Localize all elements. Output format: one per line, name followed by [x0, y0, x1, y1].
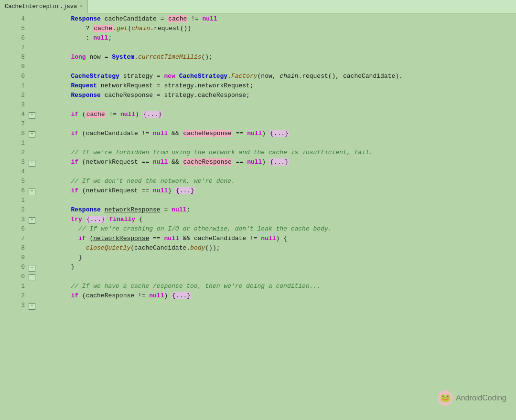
- fold-button[interactable]: -: [29, 274, 35, 281]
- fold-button[interactable]: +: [29, 112, 35, 119]
- code-line: if (networkResponse == null && cacheCand…: [41, 234, 516, 243]
- code-line: }: [41, 253, 516, 262]
- code-line: // If we're crashing on I/O or otherwise…: [41, 224, 516, 234]
- code-line: [41, 119, 516, 129]
- code-line: Response cacheCandidate = cache != null: [41, 14, 516, 24]
- code-line: // If we're forbidden from using the net…: [41, 148, 516, 158]
- fold-button[interactable]: +: [29, 131, 35, 138]
- code-line: closeQuietly(cacheCandidate.body());: [41, 243, 516, 253]
- fold-button[interactable]: +: [29, 189, 35, 195]
- code-line: if (networkRequest == null) {...}: [41, 186, 516, 196]
- code-line: // If we have a cache response too, then…: [41, 282, 516, 291]
- code-line: [41, 167, 516, 177]
- code-line: CacheStrategy strategy = new CacheStrate…: [41, 72, 516, 81]
- code-line: if (cacheResponse != null) {...}: [41, 291, 516, 301]
- code-line: [41, 138, 516, 148]
- code-line: long now = System.currentTimeMillis();: [41, 52, 516, 62]
- code-line: // If we don't need the network, we're d…: [41, 177, 516, 186]
- tab-bar: CacheInterceptor.java ×: [0, 0, 516, 13]
- tab-cacheinterceptor[interactable]: CacheInterceptor.java ×: [0, 0, 88, 13]
- code-line: : null;: [41, 33, 516, 43]
- code-line: [41, 272, 516, 282]
- code-line: try {...} finally {: [41, 215, 516, 224]
- code-line: Request networkRequest = strategy.networ…: [41, 81, 516, 91]
- code-line: [41, 43, 516, 52]
- code-line: if (networkRequest == null && cacheRespo…: [41, 158, 516, 167]
- watermark-text: AndroidCoding: [456, 394, 506, 402]
- watermark: 🐸 AndroidCoding: [438, 390, 506, 406]
- code-line: [41, 62, 516, 72]
- editor-container: 4 5 6 7 8 9 0 1 2 3 4 7 8 1 2 3 4 5 6 1 …: [0, 13, 516, 420]
- tab-filename: CacheInterceptor.java: [5, 3, 77, 10]
- fold-button[interactable]: +: [29, 160, 35, 167]
- fold-button[interactable]: +: [29, 217, 35, 224]
- code-line: Response cacheResponse = strategy.cacheR…: [41, 91, 516, 100]
- code-line: }: [41, 262, 516, 272]
- fold-button[interactable]: -: [29, 265, 35, 272]
- code-area: Response cacheCandidate = cache != null …: [37, 13, 516, 420]
- code-line: Response networkResponse = null;: [41, 205, 516, 215]
- code-line: [41, 196, 516, 205]
- code-line: if (cacheCandidate != null && cacheRespo…: [41, 129, 516, 138]
- code-line: [41, 100, 516, 110]
- fold-gutter: + + + + + - - +: [29, 13, 37, 420]
- code-line: ? cache.get(chain.request()): [41, 24, 516, 33]
- fold-button[interactable]: +: [29, 303, 35, 310]
- tab-close-button[interactable]: ×: [80, 4, 83, 9]
- line-numbers: 4 5 6 7 8 9 0 1 2 3 4 7 8 1 2 3 4 5 6 1 …: [0, 13, 29, 420]
- watermark-icon: 🐸: [438, 390, 453, 406]
- code-line: if (cache != null) {...}: [41, 110, 516, 119]
